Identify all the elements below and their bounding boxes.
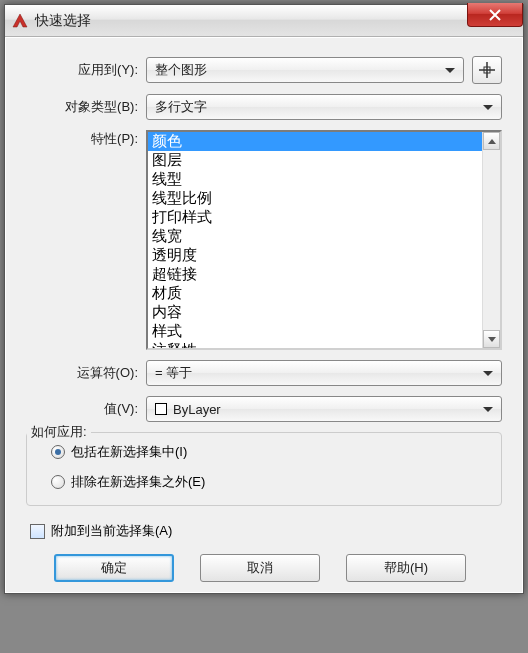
property-listbox[interactable]: 颜色 图层 线型 线型比例 打印样式 线宽 透明度 超链接 材质 内容 样式 注… — [146, 130, 502, 350]
list-item[interactable]: 注释性 — [148, 341, 482, 348]
ok-button[interactable]: 确定 — [54, 554, 174, 582]
operator-label: 运算符(O): — [26, 364, 146, 382]
color-swatch-icon — [155, 403, 167, 415]
list-item[interactable]: 线宽 — [148, 227, 482, 246]
window-title: 快速选择 — [35, 12, 91, 30]
quick-select-dialog: 快速选择 应用到(Y): 整个图形 对象类型(B): — [4, 4, 524, 594]
list-item[interactable]: 线型 — [148, 170, 482, 189]
include-radio[interactable] — [51, 445, 65, 459]
dialog-body: 应用到(Y): 整个图形 对象类型(B): 多行文字 — [5, 37, 523, 593]
value-text: ByLayer — [173, 402, 221, 417]
close-button[interactable] — [467, 3, 523, 27]
value-combo[interactable]: ByLayer — [146, 396, 502, 422]
apply-to-value: 整个图形 — [155, 61, 207, 79]
operator-value: = 等于 — [155, 364, 192, 382]
exclude-radio-row[interactable]: 排除在新选择集之外(E) — [31, 467, 497, 497]
apply-to-label: 应用到(Y): — [26, 61, 146, 79]
append-checkbox[interactable] — [30, 524, 45, 539]
list-item[interactable]: 内容 — [148, 303, 482, 322]
object-type-combo[interactable]: 多行文字 — [146, 94, 502, 120]
include-radio-row[interactable]: 包括在新选择集中(I) — [31, 437, 497, 467]
object-type-value: 多行文字 — [155, 98, 207, 116]
list-item[interactable]: 线型比例 — [148, 189, 482, 208]
apply-to-combo[interactable]: 整个图形 — [146, 57, 464, 83]
append-label: 附加到当前选择集(A) — [51, 522, 172, 540]
crosshair-icon — [479, 62, 495, 78]
listbox-scrollbar[interactable] — [482, 132, 500, 348]
help-button[interactable]: 帮助(H) — [346, 554, 466, 582]
object-type-label: 对象类型(B): — [26, 98, 146, 116]
exclude-radio[interactable] — [51, 475, 65, 489]
list-item[interactable]: 材质 — [148, 284, 482, 303]
list-item[interactable]: 颜色 — [148, 132, 482, 151]
list-item[interactable]: 图层 — [148, 151, 482, 170]
scroll-down-button[interactable] — [483, 330, 500, 348]
include-label: 包括在新选择集中(I) — [71, 443, 187, 461]
list-item[interactable]: 打印样式 — [148, 208, 482, 227]
dialog-buttons: 确定 取消 帮助(H) — [26, 554, 502, 582]
property-label: 特性(P): — [26, 130, 146, 148]
how-apply-label: 如何应用: — [27, 423, 91, 441]
app-icon — [11, 12, 29, 30]
list-item[interactable]: 超链接 — [148, 265, 482, 284]
list-item[interactable]: 透明度 — [148, 246, 482, 265]
operator-combo[interactable]: = 等于 — [146, 360, 502, 386]
append-check-row[interactable]: 附加到当前选择集(A) — [26, 506, 502, 554]
how-apply-group: 如何应用: 包括在新选择集中(I) 排除在新选择集之外(E) — [26, 432, 502, 506]
select-objects-button[interactable] — [472, 56, 502, 84]
value-label: 值(V): — [26, 400, 146, 418]
list-item[interactable]: 样式 — [148, 322, 482, 341]
exclude-label: 排除在新选择集之外(E) — [71, 473, 205, 491]
cancel-button[interactable]: 取消 — [200, 554, 320, 582]
titlebar: 快速选择 — [5, 5, 523, 37]
scroll-up-button[interactable] — [483, 132, 500, 150]
